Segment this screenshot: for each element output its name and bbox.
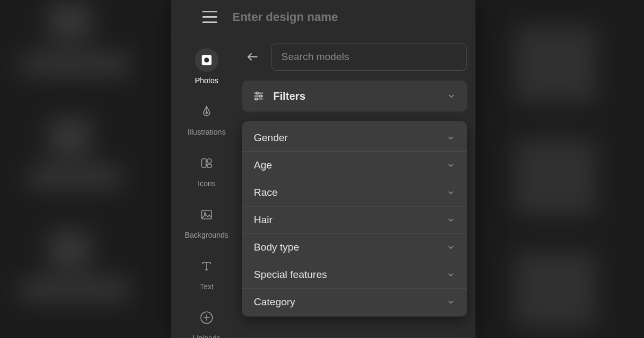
filter-label: Race (254, 187, 277, 199)
chevron-down-icon (447, 188, 455, 197)
sidebar-item-uploads[interactable]: Uploads (171, 300, 242, 338)
photos-icon (195, 48, 218, 72)
sidebar-item-icons[interactable]: Icons (171, 146, 242, 194)
svg-point-16 (260, 95, 262, 97)
app-panel: Photos Illustrations Icons (171, 0, 475, 338)
sidebar-item-backgrounds[interactable]: Backgrounds (171, 197, 242, 246)
sidebar-item-label: Text (200, 282, 214, 291)
sidebar-item-label: Illustrations (188, 128, 226, 136)
chevron-down-icon (447, 161, 455, 170)
filter-label: Age (254, 159, 272, 171)
arrow-left-icon (246, 50, 260, 64)
chevron-down-icon (447, 270, 455, 279)
chevron-down-icon (447, 134, 455, 142)
chevron-down-icon (447, 243, 455, 252)
sidebar-item-label: Backgrounds (185, 231, 229, 239)
sidebar-item-label: Uploads (193, 334, 220, 338)
design-name-input[interactable] (232, 10, 466, 24)
chevron-down-icon (447, 298, 455, 306)
filter-row-race[interactable]: Race (242, 179, 467, 207)
top-bar (171, 0, 475, 34)
search-input[interactable] (271, 43, 467, 71)
svg-rect-7 (202, 210, 211, 219)
pen-icon (195, 100, 218, 123)
svg-rect-6 (207, 164, 211, 167)
filter-label: Category (254, 296, 295, 308)
menu-icon[interactable] (202, 11, 217, 23)
filter-row-special-features[interactable]: Special features (242, 261, 467, 289)
filters-toggle[interactable]: Filters (242, 80, 467, 112)
filter-row-body-type[interactable]: Body type (242, 234, 467, 261)
filter-label: Body type (254, 241, 299, 253)
image-icon (195, 203, 218, 226)
chevron-down-icon (447, 216, 455, 224)
back-button[interactable] (242, 46, 264, 68)
sidebar-item-photos[interactable]: Photos (171, 43, 242, 91)
sidebar-item-label: Photos (195, 76, 218, 85)
plus-circle-icon (195, 306, 218, 329)
content-panel: Filters Gender Age Race (242, 34, 475, 338)
filters-title: Filters (273, 90, 438, 102)
filter-row-hair[interactable]: Hair (242, 207, 467, 234)
text-icon (195, 254, 218, 278)
sliders-icon (253, 90, 265, 102)
svg-point-1 (204, 57, 209, 62)
filter-row-gender[interactable]: Gender (242, 124, 467, 152)
filter-label: Hair (254, 214, 273, 226)
shapes-icon (195, 151, 218, 175)
filter-label: Special features (254, 269, 327, 281)
sidebar-item-illustrations[interactable]: Illustrations (171, 94, 242, 143)
sidebar-item-label: Icons (197, 179, 215, 188)
asset-sidebar: Photos Illustrations Icons (171, 34, 242, 338)
svg-rect-4 (202, 159, 206, 167)
filters-dropdown: Gender Age Race Hair (242, 121, 467, 317)
chevron-down-icon (447, 91, 456, 101)
svg-point-18 (255, 98, 257, 100)
svg-point-3 (206, 112, 208, 114)
svg-point-14 (256, 92, 258, 94)
sidebar-item-text[interactable]: Text (171, 249, 242, 297)
svg-point-5 (207, 159, 211, 163)
filter-row-category[interactable]: Category (242, 289, 467, 315)
filter-row-age[interactable]: Age (242, 152, 467, 179)
filter-label: Gender (254, 132, 288, 144)
